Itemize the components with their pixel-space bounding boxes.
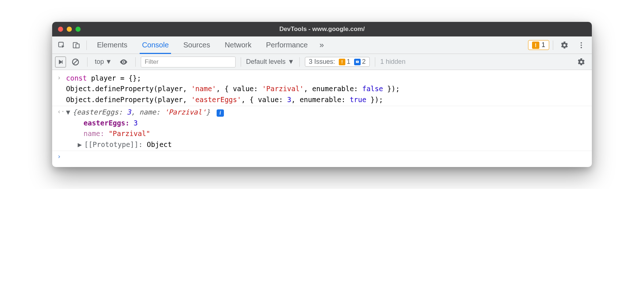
divider [553,40,553,50]
device-toolbar-icon[interactable] [70,39,83,52]
divider [87,57,88,67]
log-levels-selector[interactable]: Default levels ▼ [246,58,294,66]
svg-rect-2 [76,44,79,48]
tabs-overflow-button[interactable]: » [316,40,327,50]
expand-caret-icon[interactable]: ▶ [78,139,83,150]
traffic-lights [58,27,81,32]
svg-point-9 [123,61,124,63]
settings-icon[interactable] [557,41,572,49]
prompt-marker-icon: › [57,152,66,161]
console-settings-icon[interactable] [574,58,589,66]
svg-point-5 [581,47,582,48]
dropdown-caret-icon: ▼ [105,58,112,66]
tab-network[interactable]: Network [218,36,258,54]
console-toolbar: top ▼ Default levels ▼ 3 Issues: ! 1 2 [52,54,592,70]
tab-performance[interactable]: Performance [260,36,315,54]
result-preview[interactable]: ▼{easterEggs: 3, name: 'Parzival'} i [66,107,587,117]
main-tabbar: Elements Console Sources Network Perform… [52,36,592,54]
svg-point-3 [581,42,582,43]
issues-count: 1 [542,41,545,49]
object-property-row[interactable]: easterEggs: 3 [57,118,587,128]
toggle-drawer-icon[interactable] [55,57,66,67]
minimize-window-button[interactable] [67,27,72,32]
window-title: DevTools - www.google.com/ [52,26,592,33]
context-label: top [95,58,104,66]
execution-context-selector[interactable]: top ▼ [93,58,114,66]
divider [135,57,136,67]
svg-point-4 [581,44,582,46]
svg-line-8 [74,60,78,64]
titlebar: DevTools - www.google.com/ [52,22,592,36]
hidden-messages-label: 1 hidden [380,58,406,66]
inspect-element-icon[interactable] [55,39,68,52]
divider [375,57,375,67]
console-prompt-row[interactable]: › [52,151,592,162]
levels-label: Default levels [246,58,286,66]
divider [86,40,87,50]
console-output-row: ‹· ▼{easterEggs: 3, name: 'Parzival'} i … [52,106,592,151]
info-badge: 2 [354,58,366,66]
warning-badge: ! 1 [339,58,350,66]
object-property-row[interactable]: name: "Parzival" [57,128,587,139]
console-input-row: › const player = {}; Object.defineProper… [52,72,592,106]
input-marker-icon: › [57,73,66,105]
dropdown-caret-icon: ▼ [288,58,294,66]
info-count: 2 [362,58,366,66]
issues-label: 3 Issues: [309,58,335,66]
live-expression-icon[interactable] [117,55,130,69]
zoom-window-button[interactable] [75,27,81,32]
issues-summary[interactable]: 3 Issues: ! 1 2 [305,57,370,67]
divider [299,57,300,67]
warning-count: 1 [347,58,350,66]
output-marker-icon: ‹· [57,107,66,117]
divider [241,57,241,67]
close-window-button[interactable] [58,27,63,32]
warning-icon: ! [532,42,539,49]
issues-indicator[interactable]: ! 1 [528,40,549,50]
clear-console-icon[interactable] [69,55,82,69]
warning-icon: ! [339,59,345,65]
collapse-caret-icon[interactable]: ▼ [66,107,71,117]
prototype-row[interactable]: ▶[[Prototype]]: Object [57,139,587,150]
info-icon [354,59,361,65]
tab-elements[interactable]: Elements [90,36,134,54]
filter-input[interactable] [141,57,236,67]
devtools-window: DevTools - www.google.com/ Elements Cons… [52,22,592,167]
more-options-icon[interactable] [574,41,589,49]
code-input[interactable]: const player = {}; Object.defineProperty… [66,73,587,105]
info-icon[interactable]: i [217,109,224,117]
prompt-input[interactable] [66,152,587,161]
tab-console[interactable]: Console [135,36,175,54]
tab-sources[interactable]: Sources [177,36,217,54]
console-body: › const player = {}; Object.defineProper… [52,70,592,167]
